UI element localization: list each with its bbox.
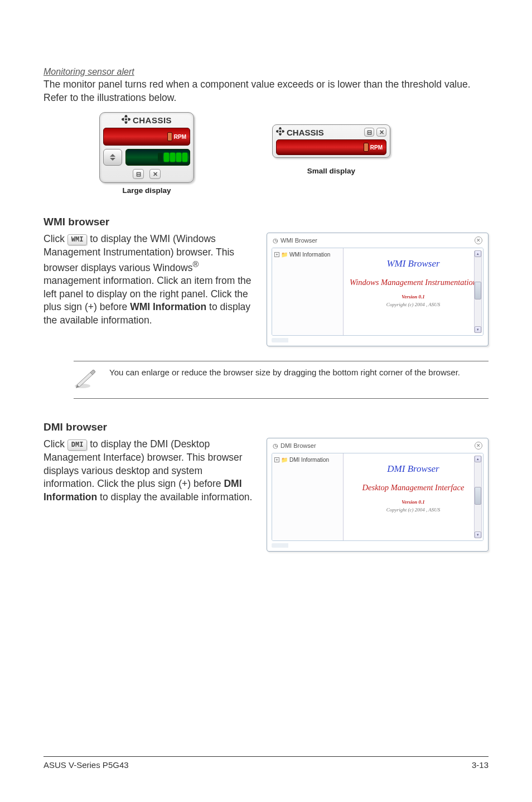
- digit: [182, 153, 187, 162]
- svg-point-0: [125, 118, 127, 120]
- dmi-browser-col: ◷ DMI Browser ✕ + 📁 DMI Information DMI …: [267, 438, 489, 552]
- threshold-readout: [125, 149, 190, 166]
- dmi-heading: DMI browser: [43, 421, 489, 433]
- expand-icon[interactable]: ⊟: [364, 128, 374, 137]
- app-icon: ◷: [273, 442, 278, 450]
- dmi-tree-label: DMI Information: [289, 457, 329, 463]
- pencil-icon: [74, 367, 99, 392]
- rpm-digit: [364, 143, 369, 152]
- dmi-content-version: Version 0.1: [346, 499, 481, 505]
- footer-left: ASUS V-Series P5G43: [43, 760, 129, 770]
- folder-icon: 📁: [281, 457, 288, 463]
- small-controls: ⊟ ✕: [364, 128, 386, 137]
- red-alert-panel-small: RPM: [276, 139, 386, 155]
- footer-page-number: 3-13: [472, 760, 489, 770]
- dmi-text-click: Click: [43, 438, 67, 450]
- control-row: ⊟ ✕: [103, 169, 190, 179]
- chassis-large-label: CHASSIS: [133, 115, 172, 125]
- fan-icon: [276, 127, 284, 137]
- digit: [164, 153, 169, 162]
- wmi-browser-window: ◷ WMI Browser ✕ + 📁 WMI Information WMI …: [267, 233, 489, 346]
- note-box: You can enlarge or reduce the browser si…: [74, 361, 489, 399]
- chassis-small-label: CHASSIS: [287, 128, 324, 137]
- dmi-text-2: to display the available information.: [97, 491, 252, 503]
- displays-row: CHASSIS RPM: [43, 112, 489, 195]
- rpm-label-small: RPM: [370, 144, 383, 151]
- scroll-thumb[interactable]: [475, 282, 481, 299]
- wmi-content-copyright: Copyright (c) 2004 , ASUS: [346, 302, 481, 307]
- dmi-body: + 📁 DMI Information DMI Browser Desktop …: [272, 453, 483, 541]
- scroll-thumb[interactable]: [475, 487, 481, 505]
- close-icon[interactable]: ✕: [376, 128, 386, 137]
- chassis-large-panel: CHASSIS RPM: [99, 112, 194, 183]
- resize-grip[interactable]: [272, 338, 483, 342]
- digit: [170, 153, 175, 162]
- dmi-tree-root[interactable]: + 📁 DMI Information: [274, 457, 341, 463]
- dmi-content-pane: DMI Browser Desktop Management Interface…: [344, 453, 483, 540]
- dmi-titlebar: ◷ DMI Browser ✕: [269, 441, 486, 451]
- stepper-up-icon: [110, 154, 115, 157]
- registered-mark: ®: [192, 260, 199, 269]
- dmi-content-sub: Desktop Management Interface: [346, 482, 481, 492]
- wmi-button[interactable]: WMI: [67, 234, 88, 245]
- folder-icon: 📁: [281, 252, 288, 258]
- red-alert-panel-large: RPM: [103, 128, 190, 146]
- shrink-icon[interactable]: ⊟: [133, 169, 144, 179]
- monitoring-body: The monitor panel turns red when a compo…: [43, 78, 489, 104]
- wmi-content-title: WMI Browser: [346, 258, 481, 269]
- small-caption: Small display: [272, 167, 390, 175]
- scroll-up-icon[interactable]: ▴: [475, 456, 481, 462]
- close-icon[interactable]: ✕: [475, 442, 482, 450]
- close-icon[interactable]: ✕: [149, 169, 161, 179]
- scroll-down-icon[interactable]: ▾: [475, 532, 481, 538]
- wmi-text-click: Click: [43, 233, 67, 244]
- monitoring-heading: Monitoring sensor alert: [43, 67, 489, 77]
- large-caption: Large display: [99, 186, 194, 195]
- wmi-titlebar: ◷ WMI Browser ✕: [269, 235, 486, 245]
- chassis-large-title: CHASSIS: [103, 115, 190, 125]
- dmi-section: Click DMI to display the DMI (Desktop Ma…: [43, 438, 489, 552]
- rpm-label: RPM: [174, 134, 186, 140]
- section-monitoring: Monitoring sensor alert The monitor pane…: [43, 67, 489, 195]
- wmi-tree-pane[interactable]: + 📁 WMI Information: [272, 248, 344, 335]
- tree-expand-icon[interactable]: +: [274, 252, 279, 257]
- threshold-stepper[interactable]: [103, 149, 122, 166]
- svg-point-1: [279, 131, 282, 133]
- dmi-content-copyright: Copyright (c) 2004 , ASUS: [346, 507, 481, 513]
- dmi-title-text: DMI Browser: [280, 442, 316, 449]
- wmi-content-sub: Windows Management Instrumentation: [346, 277, 481, 287]
- small-display-col: CHASSIS ⊟ ✕ RPM Small display: [272, 124, 390, 175]
- dmi-button[interactable]: DMI: [67, 439, 88, 451]
- wmi-text: Click WMI to display the WMI (Windows Ma…: [43, 233, 254, 327]
- chassis-small-panel: CHASSIS ⊟ ✕ RPM: [272, 124, 390, 158]
- dmi-tree-pane[interactable]: + 📁 DMI Information: [272, 453, 344, 540]
- scroll-up-icon[interactable]: ▴: [475, 250, 481, 257]
- stepper-down-icon: [110, 158, 115, 161]
- digit: [158, 153, 163, 162]
- wmi-title-text: WMI Browser: [280, 237, 317, 244]
- dmi-text: Click DMI to display the DMI (Desktop Ma…: [43, 438, 254, 504]
- large-display-col: CHASSIS RPM: [99, 112, 194, 195]
- threshold-row: [103, 149, 190, 166]
- scroll-down-icon[interactable]: ▾: [475, 326, 481, 333]
- rpm-chip: RPM: [167, 132, 186, 141]
- close-icon[interactable]: ✕: [475, 236, 482, 244]
- resize-grip[interactable]: [272, 543, 483, 548]
- wmi-heading: WMI browser: [43, 216, 489, 228]
- wmi-body: + 📁 WMI Information WMI Browser Windows …: [272, 248, 483, 336]
- wmi-content-version: Version 0.1: [346, 294, 481, 299]
- wmi-content-pane: WMI Browser Windows Management Instrumen…: [344, 248, 483, 335]
- wmi-section: Click WMI to display the WMI (Windows Ma…: [43, 233, 489, 346]
- wmi-bold: WMI Information: [130, 301, 206, 312]
- app-icon: ◷: [273, 237, 278, 244]
- fan-icon: [122, 115, 130, 125]
- page-footer: ASUS V-Series P5G43 3-13: [43, 756, 489, 770]
- digit: [176, 153, 181, 162]
- chassis-small-titlebar: CHASSIS ⊟ ✕: [276, 127, 386, 137]
- rpm-chip-small: RPM: [364, 143, 383, 152]
- wmi-window-title: ◷ WMI Browser: [273, 237, 317, 244]
- wmi-browser-col: ◷ WMI Browser ✕ + 📁 WMI Information WMI …: [267, 233, 489, 346]
- tree-expand-icon[interactable]: +: [274, 457, 279, 462]
- rpm-digit: [167, 132, 172, 141]
- wmi-tree-root[interactable]: + 📁 WMI Information: [274, 252, 341, 258]
